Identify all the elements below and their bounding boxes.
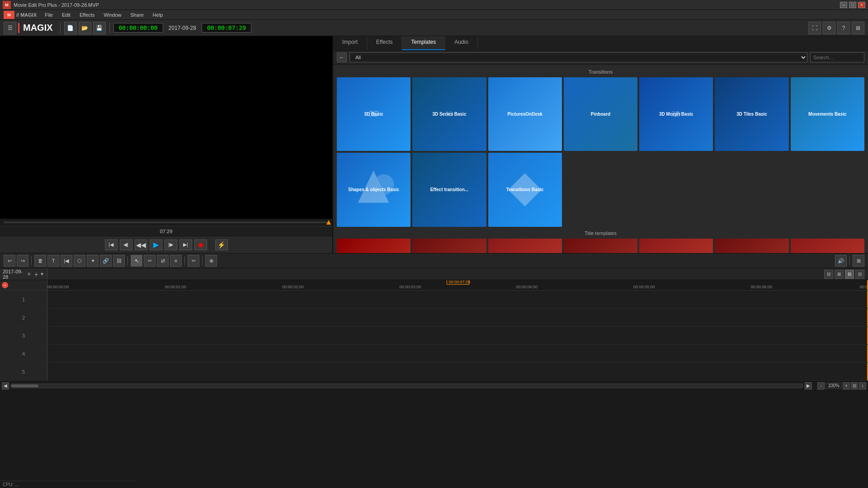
track-label-header: + [0, 280, 47, 290]
go-start-button[interactable]: |◀ [105, 239, 118, 250]
timeline-menu-button[interactable]: ▼ [40, 272, 44, 277]
tab-templates[interactable]: Templates [402, 36, 445, 50]
maximize-button[interactable]: □ [849, 2, 856, 8]
ruler-mark-2: 00:00:02:00 [282, 285, 304, 289]
tile-label: 3D Series Basic [432, 112, 466, 117]
menu-file[interactable]: File [40, 11, 57, 19]
tile-transitions-basic[interactable]: Transitions Basic [488, 153, 562, 226]
grid-button[interactable]: ⊞ [853, 255, 864, 267]
tile-fonts-basic[interactable]: A Fonts Basic [337, 239, 410, 253]
tile-3d-tiles[interactable]: 3D Tiles Basic [715, 77, 788, 151]
scroll-right-button[interactable]: ▶ [805, 382, 812, 389]
menu-effects[interactable]: Effects [75, 11, 99, 19]
tile-subtitles-basic[interactable]: Subtitles Basic [488, 239, 562, 253]
transition-button[interactable]: ⬡ [74, 255, 85, 267]
track-content-1[interactable] [47, 291, 868, 308]
menu-edit[interactable]: Edit [57, 11, 75, 19]
timeline-close[interactable]: ✕ [27, 272, 31, 277]
save-button[interactable]: 💾 [93, 22, 106, 34]
delete-button[interactable]: 🗑 [34, 255, 46, 267]
slip-tool[interactable]: ⇄ [157, 255, 169, 267]
special-mode-button[interactable]: ⚡ [215, 239, 228, 250]
timecode-left[interactable]: 00:00:00:00 [113, 23, 163, 33]
playback-controls: |◀ ◀| ◀◀ ▶ |▶ ▶| ⏺ ⚡ [0, 236, 332, 253]
storyboard-view-button[interactable]: ⊟ [824, 270, 833, 279]
cut-button[interactable]: ✂ [188, 255, 199, 267]
redo-button[interactable]: ↪ [17, 255, 28, 267]
tab-import[interactable]: Import [333, 36, 367, 50]
text-button[interactable]: T [47, 255, 59, 267]
track-content-3[interactable] [47, 327, 868, 344]
search-input[interactable] [810, 52, 864, 62]
hamburger-menu-button[interactable]: ☰ [4, 22, 16, 34]
record-button[interactable]: ⏺ [194, 239, 207, 250]
next-marker-button[interactable]: |▶ [165, 239, 177, 250]
tile-pinboard[interactable]: Pinboard [564, 77, 637, 151]
transitions-grid: 3D 3D Basic 3D 3D Series Basic PicturesO… [337, 77, 864, 227]
timeline-view-button[interactable]: ⊞ [835, 270, 844, 279]
zoom-out-button[interactable]: - [817, 382, 825, 389]
multi-view-button[interactable]: ⊟ [845, 270, 854, 279]
help-button[interactable]: ? [837, 22, 850, 34]
tile-3d-morph[interactable]: 3D 3D Morph Basic [639, 77, 713, 151]
razor-tool[interactable]: ✂ [144, 255, 156, 267]
undo-button[interactable]: ↩ [4, 255, 15, 267]
select-tool[interactable]: ↖ [131, 255, 142, 267]
prev-marker-button[interactable]: ◀| [120, 239, 132, 250]
zoom-in-button[interactable]: + [843, 382, 850, 389]
step-back-button[interactable]: ◀◀ [135, 239, 147, 250]
timeline-scrollbar[interactable] [11, 384, 803, 388]
tile-captions-basic[interactable]: Captions Basic [564, 239, 637, 253]
timecode-right[interactable]: 00:00:07:29 [202, 23, 251, 33]
minimize-button[interactable]: ─ [840, 2, 847, 8]
volume-button[interactable]: 🔊 [835, 255, 847, 267]
tile-3d-series[interactable]: 3D 3D Series Basic [412, 77, 486, 151]
filter-dropdown[interactable]: All [349, 52, 807, 62]
ruler-mark-6: 00:00:06:00 [750, 285, 772, 289]
preview-progress-container[interactable] [0, 219, 332, 226]
track-content-2[interactable] [47, 309, 868, 326]
track-content-4[interactable] [47, 345, 868, 362]
ripple-tool[interactable]: ≡ [170, 255, 182, 267]
go-end-button[interactable]: ▶| [179, 239, 192, 250]
tab-effects[interactable]: Effects [367, 36, 402, 50]
tile-picturesondesk[interactable]: PicturesOnDesk [488, 77, 562, 151]
fit-to-window-button[interactable]: ⊟ [851, 382, 858, 389]
settings-view-button[interactable]: ⊟ [855, 270, 864, 279]
menu-window[interactable]: Window [99, 11, 126, 19]
settings-button[interactable]: ⚙ [823, 22, 835, 34]
tile-effect-transition[interactable]: Effect transition... [412, 153, 486, 226]
back-button[interactable]: ← [337, 52, 347, 62]
tile-3d-animation[interactable]: 3D 3D Animation Basic [791, 239, 864, 253]
effects-button2[interactable]: ✦ [87, 255, 99, 267]
tile-movement-basic[interactable]: Movement Basic [639, 239, 713, 253]
insert-button[interactable]: ⊕ [205, 255, 217, 267]
unlink-button[interactable]: ⛓ [113, 255, 125, 267]
add-timeline-button[interactable]: + [34, 271, 38, 278]
fullscreen-button[interactable]: ⛶ [808, 22, 821, 34]
open-button[interactable]: 📂 [79, 22, 91, 34]
add-track-button[interactable]: + [2, 282, 8, 288]
tile-shapes-objects[interactable]: Shapes & objects Basic [337, 153, 410, 226]
tile-3d-basic[interactable]: 3D 3D Basic [337, 77, 410, 151]
menu-help[interactable]: Help [148, 11, 168, 19]
scroll-left-button[interactable]: ◀ [2, 382, 9, 389]
tile-movements[interactable]: Movements Basic [791, 77, 864, 151]
tile-my-own[interactable]: My Own [715, 239, 788, 253]
expand-button[interactable]: ⊞ [852, 22, 864, 34]
zoom-audio-button[interactable]: ↕ [859, 382, 866, 389]
play-button[interactable]: ▶ [150, 239, 162, 250]
tile-opening-closing[interactable]: Opening/ Closing credit... [412, 239, 486, 253]
main-toolbar: ☰ MAGIX 📄 📂 💾 00:00:00:00 2017-09-28 00:… [0, 20, 868, 36]
new-project-button[interactable]: 📄 [64, 22, 77, 34]
timeline-ruler[interactable]: 00:00:00:00 00:00:01:00 00:00:02:00 00:0… [47, 280, 868, 290]
tab-audio[interactable]: Audio [445, 36, 478, 50]
close-button[interactable]: ✕ [858, 2, 865, 8]
track-label-1: 1 [0, 291, 47, 308]
scrubber[interactable] [4, 221, 329, 223]
menu-share[interactable]: Share [126, 11, 148, 19]
track-content-5[interactable] [47, 363, 868, 380]
split-button[interactable]: |◀ [61, 255, 72, 267]
track-label-4: 4 [0, 345, 47, 362]
link-button[interactable]: 🔗 [100, 255, 112, 267]
